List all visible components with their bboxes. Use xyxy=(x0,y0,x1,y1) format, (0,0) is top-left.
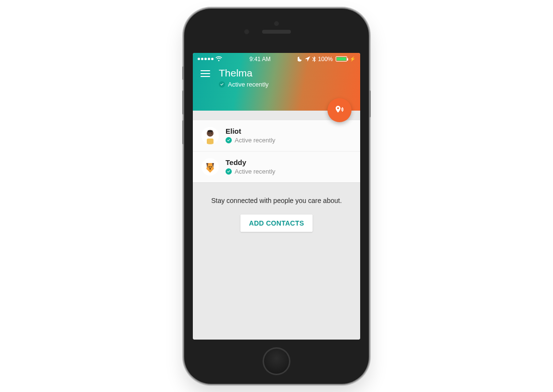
contact-name: Eliot xyxy=(226,127,276,135)
contact-status: Active recently xyxy=(226,137,276,144)
status-bar-right: 100% ⚡ xyxy=(298,56,355,63)
home-button[interactable] xyxy=(263,347,290,375)
contact-status-text: Active recently xyxy=(235,168,276,175)
active-check-icon xyxy=(226,168,232,175)
contact-name: Teddy xyxy=(226,158,276,166)
volume-down-button[interactable] xyxy=(182,120,184,144)
svg-point-5 xyxy=(211,133,212,134)
status-bar-left xyxy=(198,56,222,62)
svg-rect-3 xyxy=(207,139,214,144)
location-broadcast-fab[interactable] xyxy=(327,98,352,122)
wifi-icon xyxy=(215,56,222,62)
active-check-icon xyxy=(226,137,232,143)
svg-rect-2 xyxy=(208,130,213,132)
do-not-disturb-icon xyxy=(298,56,303,62)
sensor-dot xyxy=(274,21,279,26)
avatar xyxy=(201,127,219,144)
promo-section: Stay connected with people you care abou… xyxy=(193,183,360,246)
screen: 9:41 AM 100% ⚡ xyxy=(193,53,360,340)
volume-up-button[interactable] xyxy=(182,90,184,114)
menu-button[interactable] xyxy=(201,67,210,77)
contact-list: Eliot Active recently xyxy=(193,120,360,183)
battery-icon xyxy=(336,56,347,62)
add-contacts-button[interactable]: ADD CONTACTS xyxy=(240,215,313,232)
main-content: Eliot Active recently xyxy=(193,111,360,340)
contact-status: Active recently xyxy=(226,168,276,175)
app-header: 9:41 AM 100% ⚡ xyxy=(193,53,360,111)
svg-point-4 xyxy=(209,133,210,134)
power-button[interactable] xyxy=(369,90,371,117)
avatar-person-icon xyxy=(201,127,219,144)
header-title-block: Thelma Active recently xyxy=(219,67,269,88)
avatar xyxy=(201,158,219,176)
status-bar-time: 9:41 AM xyxy=(250,56,271,63)
page-title: Thelma xyxy=(219,67,269,79)
svg-point-7 xyxy=(209,166,210,167)
status-bar: 9:41 AM 100% ⚡ xyxy=(193,53,360,63)
svg-point-9 xyxy=(210,168,211,169)
list-item[interactable]: Teddy Active recently xyxy=(193,152,360,183)
phone-frame: 9:41 AM 100% ⚡ xyxy=(184,9,369,384)
location-pin-broadcast-icon xyxy=(333,104,346,116)
header-status-text: Active recently xyxy=(228,81,269,88)
promo-text: Stay connected with people you care abou… xyxy=(209,196,344,205)
bluetooth-icon xyxy=(312,56,316,62)
signal-strength-icon xyxy=(198,58,214,60)
battery-percent: 100% xyxy=(318,56,333,63)
avatar-dog-icon xyxy=(201,158,219,176)
charging-icon: ⚡ xyxy=(350,56,355,62)
active-check-icon xyxy=(219,81,225,88)
mute-switch[interactable] xyxy=(182,66,184,80)
list-item[interactable]: Eliot Active recently xyxy=(193,120,360,152)
location-services-icon xyxy=(305,56,310,62)
header-status: Active recently xyxy=(219,81,269,88)
earpiece-speaker xyxy=(262,30,291,34)
contact-status-text: Active recently xyxy=(235,137,276,144)
svg-point-8 xyxy=(211,166,212,167)
front-camera xyxy=(244,29,250,35)
